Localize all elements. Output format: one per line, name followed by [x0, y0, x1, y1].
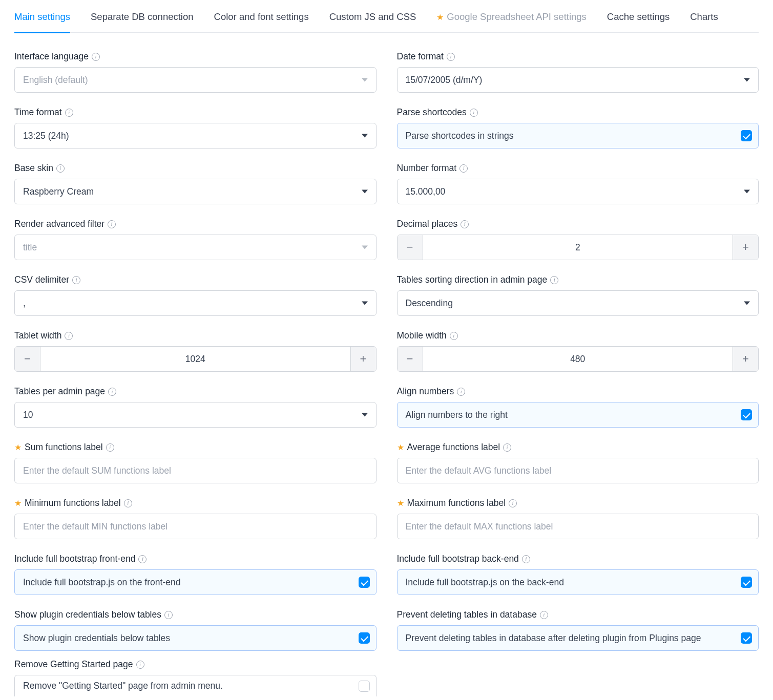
star-icon: ★ — [397, 498, 404, 508]
info-icon[interactable]: i — [522, 555, 530, 563]
csv-delimiter-select[interactable]: , — [14, 290, 377, 316]
info-icon[interactable]: i — [509, 499, 517, 507]
select-value: 15/07/2005 (d/m/Y) — [406, 75, 483, 86]
info-icon[interactable]: i — [65, 109, 73, 117]
mobile-width-stepper: − 480 + — [397, 346, 759, 372]
select-value: 13:25 (24h) — [23, 131, 69, 141]
render-advanced-filter-select[interactable]: title — [14, 235, 377, 260]
label-text: Show plugin credentials below tables — [14, 609, 161, 620]
info-icon[interactable]: i — [503, 443, 511, 452]
tablet-width-stepper: − 1024 + — [14, 346, 377, 372]
label-text: Minimum functions label — [25, 498, 121, 508]
remove-getting-started-toggle[interactable]: Remove "Getting Started" page from admin… — [14, 675, 377, 696]
label-text: Prevent deleting tables in database — [397, 609, 537, 620]
checkbox-icon — [741, 130, 752, 141]
info-icon[interactable]: i — [540, 611, 548, 619]
tab-charts[interactable]: Charts — [690, 8, 718, 32]
tab-separate-db[interactable]: Separate DB connection — [91, 8, 194, 32]
select-value: , — [23, 298, 26, 309]
increment-button[interactable]: + — [350, 347, 376, 371]
chevron-down-icon — [362, 302, 368, 305]
field-remove-getting-started: Remove Getting Started pagei Remove "Get… — [14, 659, 377, 696]
time-format-select[interactable]: 13:25 (24h) — [14, 123, 377, 149]
checkbox-icon — [359, 681, 370, 692]
max-label-input[interactable] — [397, 514, 759, 539]
increment-button[interactable]: + — [733, 235, 758, 260]
field-mobile-width: Mobile widthi − 480 + — [397, 330, 759, 372]
decrement-button[interactable]: − — [15, 347, 40, 371]
tab-custom-js-css[interactable]: Custom JS and CSS — [329, 8, 416, 32]
bootstrap-front-toggle[interactable]: Include full bootstrap.js on the front-e… — [14, 569, 377, 595]
select-value: Raspberry Cream — [23, 186, 94, 197]
info-icon[interactable]: i — [56, 164, 65, 173]
info-icon[interactable]: i — [72, 276, 80, 284]
bootstrap-back-toggle[interactable]: Include full bootstrap.js on the back-en… — [397, 569, 759, 595]
sum-label-input[interactable] — [14, 458, 377, 483]
tab-color-font[interactable]: Color and font settings — [214, 8, 309, 32]
select-value: 10 — [23, 410, 33, 420]
field-bootstrap-front: Include full bootstrap front-endi Includ… — [14, 554, 377, 595]
stepper-value[interactable]: 480 — [423, 347, 733, 371]
sorting-direction-select[interactable]: Descending — [397, 290, 759, 316]
increment-button[interactable]: + — [733, 347, 758, 371]
decrement-button[interactable]: − — [398, 235, 423, 260]
field-max-label: ★Maximum functions labeli — [397, 498, 759, 539]
chevron-down-icon — [362, 190, 368, 194]
toggle-text: Remove "Getting Started" page from admin… — [23, 681, 223, 691]
label-text: Align numbers — [397, 386, 454, 397]
show-credentials-toggle[interactable]: Show plugin credentials below tables — [14, 625, 377, 651]
tab-google-api[interactable]: ★Google Spreadsheet API settings — [436, 8, 587, 32]
info-icon[interactable]: i — [461, 220, 469, 228]
info-icon[interactable]: i — [124, 499, 132, 507]
avg-label-input[interactable] — [397, 458, 759, 483]
label-text: Number format — [397, 163, 457, 174]
chevron-down-icon — [362, 134, 368, 138]
info-icon[interactable]: i — [550, 276, 558, 284]
toggle-text: Prevent deleting tables in database afte… — [406, 633, 701, 644]
tab-main-settings[interactable]: Main settings — [14, 8, 70, 33]
field-sum-label: ★Sum functions labeli — [14, 442, 377, 483]
label-text: Include full bootstrap back-end — [397, 554, 519, 564]
label-text: Tables sorting direction in admin page — [397, 274, 548, 285]
prevent-delete-toggle[interactable]: Prevent deleting tables in database afte… — [397, 625, 759, 651]
label-text: Date format — [397, 51, 444, 62]
label-text: Tablet width — [14, 330, 61, 341]
decimal-places-stepper: − 2 + — [397, 235, 759, 260]
info-icon[interactable]: i — [136, 661, 144, 669]
info-icon[interactable]: i — [459, 164, 468, 173]
info-icon[interactable]: i — [106, 443, 114, 452]
field-tablet-width: Tablet widthi − 1024 + — [14, 330, 377, 372]
info-icon[interactable]: i — [138, 555, 147, 563]
info-icon[interactable]: i — [108, 220, 116, 228]
label-text: Average functions label — [407, 442, 500, 453]
number-format-select[interactable]: 15.000,00 — [397, 179, 759, 204]
label-text: Maximum functions label — [407, 498, 506, 508]
stepper-value[interactable]: 2 — [423, 235, 733, 260]
align-numbers-toggle[interactable]: Align numbers to the right — [397, 402, 759, 428]
field-date-format: Date formati 15/07/2005 (d/m/Y) — [397, 51, 759, 93]
star-icon: ★ — [397, 442, 404, 452]
stepper-value[interactable]: 1024 — [40, 347, 350, 371]
info-icon[interactable]: i — [164, 611, 173, 619]
info-icon[interactable]: i — [450, 332, 458, 340]
tab-cache-settings[interactable]: Cache settings — [607, 8, 670, 32]
parse-shortcodes-toggle[interactable]: Parse shortcodes in strings — [397, 123, 759, 149]
base-skin-select[interactable]: Raspberry Cream — [14, 179, 377, 204]
tab-label: Charts — [690, 11, 718, 22]
toggle-text: Align numbers to the right — [406, 410, 508, 420]
info-icon[interactable]: i — [108, 388, 116, 396]
checkbox-icon — [741, 577, 752, 588]
tables-per-admin-select[interactable]: 10 — [14, 402, 377, 428]
min-label-input[interactable] — [14, 514, 377, 539]
info-icon[interactable]: i — [470, 109, 478, 117]
info-icon[interactable]: i — [92, 53, 100, 61]
info-icon[interactable]: i — [447, 53, 455, 61]
tab-label: Color and font settings — [214, 11, 309, 22]
field-sorting-direction: Tables sorting direction in admin pagei … — [397, 274, 759, 316]
info-icon[interactable]: i — [65, 332, 73, 340]
info-icon[interactable]: i — [457, 388, 465, 396]
decrement-button[interactable]: − — [398, 347, 423, 371]
interface-language-select[interactable]: English (default) — [14, 67, 377, 93]
date-format-select[interactable]: 15/07/2005 (d/m/Y) — [397, 67, 759, 93]
chevron-down-icon — [744, 78, 750, 82]
